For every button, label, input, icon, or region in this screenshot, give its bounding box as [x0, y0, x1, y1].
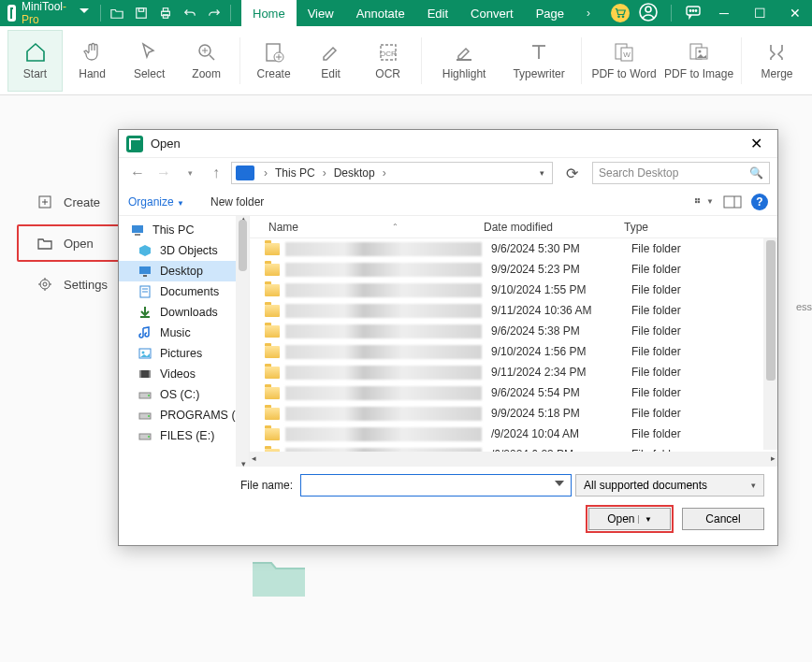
tab-view[interactable]: View — [297, 0, 345, 26]
file-name-dropdown-icon[interactable] — [555, 481, 564, 490]
refresh-button[interactable]: ⟳ — [560, 162, 583, 184]
preview-pane-icon[interactable] — [723, 194, 742, 209]
nav-this-pc[interactable]: This PC — [119, 220, 249, 240]
nav-os--c--[interactable]: OS (C:) — [119, 384, 249, 405]
tab-convert[interactable]: Convert — [459, 0, 525, 26]
save-icon[interactable] — [135, 6, 148, 21]
up-button[interactable]: ↑ — [205, 162, 227, 184]
file-row[interactable]: 9/11/2024 2:34 PMFile folder — [250, 362, 777, 382]
create-button[interactable]: Create — [246, 30, 301, 92]
svg-line-14 — [210, 55, 214, 60]
hand-button[interactable]: Hand — [65, 30, 120, 92]
file-row[interactable]: 9/10/2024 1:55 PMFile folder — [250, 280, 777, 300]
back-button[interactable]: ← — [126, 162, 149, 184]
open-file-icon[interactable] — [110, 6, 123, 21]
search-input[interactable]: Search Desktop 🔍 — [592, 162, 770, 184]
nav-downloads[interactable]: Downloads — [119, 302, 249, 323]
file-row[interactable]: 9/9/2024 5:23 PMFile folder — [250, 259, 777, 280]
recent-dropdown[interactable]: ▾ — [179, 162, 201, 184]
file-row[interactable]: 9/11/2024 10:36 AMFile folder — [250, 300, 777, 321]
file-row[interactable]: 9/6/2024 5:38 PMFile folder — [250, 321, 777, 341]
nav-desktop[interactable]: Desktop — [119, 261, 249, 281]
cart-icon[interactable] — [611, 4, 630, 22]
nav-programs--d--[interactable]: PROGRAMS (D:) — [119, 405, 249, 425]
drive-icon — [138, 387, 152, 402]
file-row[interactable]: /9/2024 10:04 AMFile folder — [250, 424, 777, 444]
pdf-to-word-button[interactable]: WPDF to Word — [587, 30, 660, 92]
svg-rect-50 — [143, 275, 147, 277]
file-hscrollbar[interactable]: ◂▸ — [250, 452, 777, 467]
svg-rect-58 — [149, 370, 151, 378]
nav-music[interactable]: Music — [119, 323, 249, 343]
tab-page[interactable]: Page — [525, 0, 575, 26]
forward-button[interactable]: → — [152, 162, 175, 184]
merge-button[interactable]: Merge — [749, 30, 805, 92]
dialog-app-icon — [126, 136, 143, 152]
ocr-button[interactable]: OCROCR — [360, 30, 415, 92]
tab-annotate[interactable]: Annotate — [345, 0, 416, 26]
close-button[interactable]: ✕ — [782, 0, 808, 26]
folder-icon — [265, 387, 280, 399]
nav-scrollbar[interactable]: ▴▾ — [236, 216, 249, 467]
highlight-icon — [453, 41, 475, 64]
redacted-name — [285, 304, 482, 318]
cancel-button[interactable]: Cancel — [682, 508, 764, 530]
select-button[interactable]: Select — [122, 30, 177, 92]
file-name-input[interactable] — [300, 474, 572, 496]
app-dropdown-icon[interactable] — [80, 8, 89, 18]
chevron-right-icon[interactable]: › — [581, 6, 596, 21]
app-title: MiniTool-Pro — [22, 0, 66, 26]
edit-button[interactable]: Edit — [303, 30, 358, 92]
nav-pictures[interactable]: Pictures — [119, 343, 249, 364]
maximize-button[interactable]: ☐ — [747, 0, 773, 26]
help-icon[interactable]: ? — [751, 194, 768, 210]
file-row[interactable]: 9/6/2024 5:30 PMFile folder — [250, 238, 777, 259]
open-button[interactable]: Open ▼ — [588, 508, 671, 530]
new-folder-button[interactable]: New folder — [210, 195, 264, 209]
svg-text:OCR: OCR — [380, 50, 397, 58]
pdf-to-image-button[interactable]: PDF to Image — [662, 30, 735, 92]
view-options-icon[interactable]: ▼ — [695, 194, 714, 209]
file-row[interactable]: /6/2024 6:23 PMFile folder — [250, 444, 777, 452]
redacted-name — [285, 366, 482, 380]
user-icon[interactable] — [639, 3, 658, 24]
file-type-select[interactable]: All supported documents▾ — [575, 474, 764, 496]
typewriter-button[interactable]: Typewriter — [502, 30, 575, 92]
highlight-button[interactable]: Highlight — [428, 30, 500, 92]
redacted-name — [285, 263, 482, 277]
file-vscrollbar[interactable] — [763, 238, 777, 450]
down-icon — [138, 305, 152, 320]
nav-videos[interactable]: Videos — [119, 364, 249, 384]
organize-menu[interactable]: Organize ▼ — [128, 195, 184, 209]
edit-icon — [320, 41, 342, 64]
redacted-name — [285, 427, 482, 441]
p2i-icon — [688, 41, 710, 64]
svg-point-35 — [40, 280, 50, 289]
zoom-button[interactable]: Zoom — [179, 30, 234, 92]
file-row[interactable]: 9/6/2024 5:54 PMFile folder — [250, 382, 777, 403]
undo-icon[interactable] — [183, 6, 196, 21]
nav-3d-objects[interactable]: 3D Objects — [119, 240, 249, 261]
svg-rect-0 — [136, 8, 146, 19]
svg-point-55 — [142, 352, 145, 354]
nav-files--e--[interactable]: FILES (E:) — [119, 425, 249, 446]
tab-edit[interactable]: Edit — [416, 0, 459, 26]
doc-icon — [138, 284, 152, 299]
minimize-button[interactable]: ─ — [711, 0, 737, 26]
feedback-icon[interactable] — [685, 4, 702, 23]
folder-icon — [265, 367, 280, 379]
start-button[interactable]: Start — [7, 30, 63, 92]
breadcrumb[interactable]: › This PC › Desktop › ▾ — [231, 162, 553, 184]
svg-point-36 — [43, 282, 47, 286]
file-row[interactable]: 9/10/2024 1:56 PMFile folder — [250, 341, 777, 362]
tab-home[interactable]: Home — [241, 0, 297, 26]
redo-icon[interactable] — [208, 6, 221, 21]
file-row[interactable]: 9/9/2024 5:18 PMFile folder — [250, 403, 777, 424]
svg-rect-44 — [698, 200, 700, 202]
column-headers[interactable]: Name⌃ Date modified Type — [250, 216, 777, 238]
folder-icon — [37, 236, 52, 251]
redacted-name — [285, 407, 482, 421]
print-icon[interactable] — [159, 6, 172, 21]
nav-documents[interactable]: Documents — [119, 281, 249, 302]
dialog-close-button[interactable]: ✕ — [743, 133, 770, 154]
